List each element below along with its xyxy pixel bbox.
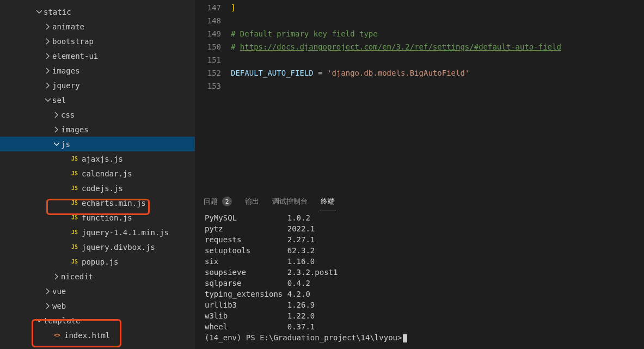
tab-problems[interactable]: 问题 2 xyxy=(203,192,233,211)
bottom-panel: 问题 2 输出 调试控制台 终端 PyMySQL 1.0.2 pytz 2022… xyxy=(195,191,644,349)
terminal-prompt: (14_env) PS E:\Graduation_project\14\lvy… xyxy=(205,333,634,344)
file-label: codejs.js xyxy=(82,184,123,193)
js-file-icon: JS xyxy=(70,213,79,223)
code-comment: # xyxy=(231,42,240,51)
folder-label: js xyxy=(61,140,70,149)
folder-static[interactable]: static xyxy=(0,4,195,19)
tab-output[interactable]: 输出 xyxy=(244,192,260,211)
terminal-line: w3lib 1.22.0 xyxy=(205,311,634,322)
code-token: ] xyxy=(231,3,235,12)
folder-label: nicedit xyxy=(61,272,93,281)
tab-label: 问题 xyxy=(204,197,218,206)
file-divbox[interactable]: JS jquery.divbox.js xyxy=(0,240,195,254)
chevron-right-icon xyxy=(44,81,52,90)
file-ajaxjs[interactable]: JS ajaxjs.js xyxy=(0,151,195,166)
folder-label: template xyxy=(44,316,80,325)
tab-terminal[interactable]: 终端 xyxy=(320,192,336,211)
terminal-line: typing_extensions 4.2.0 xyxy=(205,290,634,301)
js-file-icon: JS xyxy=(70,242,79,252)
line-number: 149 xyxy=(195,29,231,38)
folder-label: web xyxy=(52,302,66,310)
js-file-icon: JS xyxy=(70,154,79,164)
terminal-line: wheel 0.37.1 xyxy=(205,322,634,333)
code-variable: DEFAULT_AUTO_FIELD xyxy=(231,69,314,77)
folder-sel[interactable]: sel xyxy=(0,93,195,107)
file-label: jquery-1.4.1.min.js xyxy=(82,228,169,237)
line-number: 148 xyxy=(195,16,231,25)
chevron-down-icon xyxy=(52,140,61,149)
file-label: ajaxjs.js xyxy=(82,155,123,163)
folder-label: css xyxy=(61,111,75,119)
chevron-right-icon xyxy=(44,302,52,310)
terminal-cursor-icon xyxy=(403,334,407,342)
html-file-icon: <> xyxy=(52,330,62,340)
code-editor[interactable]: 147 ] 148 149 # Default primary key fiel… xyxy=(195,0,644,191)
file-function[interactable]: JS function.js xyxy=(0,210,195,225)
folder-animate[interactable]: animate xyxy=(0,19,195,34)
folder-sel-css[interactable]: css xyxy=(0,107,195,122)
js-file-icon: JS xyxy=(70,198,79,208)
terminal-line: PyMySQL 1.0.2 xyxy=(205,213,634,224)
folder-jquery[interactable]: jquery xyxy=(0,78,195,93)
problems-count-badge: 2 xyxy=(222,197,232,206)
folder-sel-js[interactable]: js xyxy=(0,137,195,151)
folder-nicedit[interactable]: nicedit xyxy=(0,269,195,284)
js-file-icon: JS xyxy=(70,228,79,237)
panel-tabs: 问题 2 输出 调试控制台 终端 xyxy=(195,192,644,211)
file-jquery141[interactable]: JS jquery-1.4.1.min.js xyxy=(0,225,195,240)
file-echarts-min[interactable]: JS echarts.min.js xyxy=(0,195,195,210)
file-explorer: static animate bootstrap element-ui ima xyxy=(0,0,195,349)
line-number: 151 xyxy=(195,56,231,64)
code-link[interactable]: https://docs.djangoproject.com/en/3.2/re… xyxy=(240,42,561,51)
tab-label: 调试控制台 xyxy=(272,197,308,206)
code-comment: # Default primary key field type xyxy=(231,29,378,38)
chevron-down-icon xyxy=(35,8,44,16)
folder-images[interactable]: images xyxy=(0,63,195,78)
folder-label: jquery xyxy=(52,81,80,90)
folder-template[interactable]: template xyxy=(0,313,195,328)
terminal-line: sqlparse 0.4.2 xyxy=(205,279,634,290)
js-file-icon: JS xyxy=(70,257,79,267)
file-codejs[interactable]: JS codejs.js xyxy=(0,181,195,195)
folder-label: animate xyxy=(52,22,84,31)
tab-debug-console[interactable]: 调试控制台 xyxy=(271,192,309,211)
code-string: 'django.db.models.BigAutoField' xyxy=(327,69,469,77)
chevron-right-icon xyxy=(44,37,52,46)
folder-element-ui[interactable]: element-ui xyxy=(0,48,195,63)
file-index-html[interactable]: <> index.html xyxy=(0,328,195,342)
terminal-line: six 1.16.0 xyxy=(205,257,634,268)
folder-bootstrap[interactable]: bootstrap xyxy=(0,34,195,48)
file-calendar[interactable]: JS calendar.js xyxy=(0,166,195,181)
terminal-line: setuptools 62.3.2 xyxy=(205,246,634,257)
terminal-line: urllib3 1.26.9 xyxy=(205,301,634,311)
chevron-right-icon xyxy=(52,272,61,281)
line-number: 153 xyxy=(195,82,231,90)
js-file-icon: JS xyxy=(70,169,79,179)
chevron-right-icon xyxy=(52,111,61,119)
tab-label: 输出 xyxy=(245,197,259,206)
file-label: index.html xyxy=(64,331,110,340)
terminal-line: pytz 2022.1 xyxy=(205,224,634,235)
folder-label: images xyxy=(61,125,89,134)
file-label: echarts.min.js xyxy=(82,199,146,207)
file-popup[interactable]: JS popup.js xyxy=(0,254,195,269)
folder-label: bootstrap xyxy=(52,37,94,46)
folder-web[interactable]: web xyxy=(0,298,195,313)
folder-vue[interactable]: vue xyxy=(0,284,195,298)
file-label: jquery.divbox.js xyxy=(82,243,155,252)
file-label: calendar.js xyxy=(82,169,132,178)
line-number: 147 xyxy=(195,3,231,12)
chevron-right-icon xyxy=(52,125,61,134)
file-label: function.js xyxy=(82,213,132,222)
terminal-body[interactable]: PyMySQL 1.0.2 pytz 2022.1 requests 2.27.… xyxy=(195,211,644,349)
chevron-right-icon xyxy=(44,22,52,31)
folder-label: images xyxy=(52,66,80,75)
folder-sel-images[interactable]: images xyxy=(0,122,195,137)
chevron-down-icon xyxy=(44,96,52,105)
line-number: 152 xyxy=(195,69,231,77)
js-file-icon: JS xyxy=(70,183,79,193)
line-number: 150 xyxy=(195,42,231,51)
terminal-line: soupsieve 2.3.2.post1 xyxy=(205,268,634,279)
folder-label: sel xyxy=(52,96,66,105)
tab-label: 终端 xyxy=(321,197,335,206)
